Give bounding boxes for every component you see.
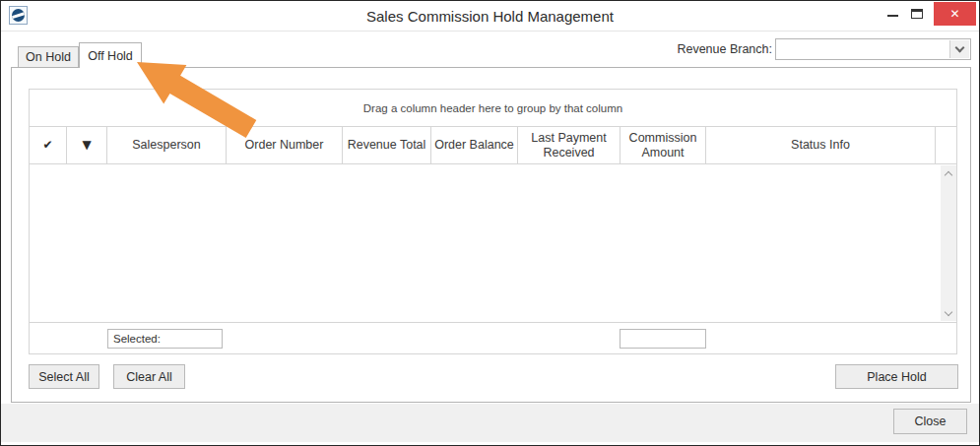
chevron-down-icon — [945, 307, 952, 315]
window-close-button[interactable]: ✕ — [934, 2, 976, 26]
close-button[interactable]: Close — [893, 409, 967, 434]
tab-on-hold-label: On Hold — [26, 50, 71, 64]
commission-grid: Drag a column header here to group by th… — [29, 89, 957, 354]
minimize-icon[interactable] — [887, 15, 898, 17]
chevron-up-icon — [945, 170, 952, 178]
tab-on-hold[interactable]: On Hold — [18, 46, 79, 68]
tab-page: Drag a column header here to group by th… — [11, 67, 971, 403]
maximize-icon[interactable] — [911, 9, 923, 19]
selected-label: Selected: — [113, 333, 161, 345]
grid-footer-row: Selected: — [30, 322, 956, 352]
grid-body-empty — [30, 164, 956, 322]
clear-all-button[interactable]: Clear All — [113, 364, 185, 389]
group-hint-text: Drag a column header here to group by th… — [363, 102, 622, 114]
revenue-branch-select[interactable] — [775, 38, 971, 60]
check-icon: ✔ — [42, 138, 52, 152]
title-bar: Sales Commission Hold Management ✕ — [1, 1, 979, 32]
column-header-status-info[interactable]: Status Info — [706, 127, 936, 163]
vertical-scrollbar[interactable] — [941, 165, 956, 321]
revenue-branch-label: Revenue Branch: — [654, 42, 772, 56]
close-x-icon: ✕ — [949, 7, 959, 21]
column-header-revenue-total[interactable]: Revenue Total — [343, 127, 431, 163]
column-header-select[interactable]: ▼ — [67, 127, 107, 163]
commission-total-box — [620, 329, 706, 349]
window-title: Sales Commission Hold Management — [1, 8, 979, 25]
selected-count-box: Selected: — [107, 329, 223, 349]
column-header-spacer — [936, 127, 956, 163]
place-hold-button[interactable]: Place Hold — [835, 364, 958, 389]
scroll-up-button[interactable] — [941, 165, 956, 181]
dialog-footer — [1, 404, 979, 442]
column-header-commission-amount[interactable]: Commission Amount — [621, 127, 706, 163]
column-header-order-number[interactable]: Order Number — [227, 127, 343, 163]
column-header-last-payment[interactable]: Last Payment Received — [518, 127, 621, 163]
column-header-salesperson[interactable]: Salesperson — [107, 127, 227, 163]
column-header-order-balance[interactable]: Order Balance — [431, 127, 518, 163]
column-header-check[interactable]: ✔ — [30, 127, 67, 163]
grid-header-row: ✔ ▼ Salesperson Order Number Revenue Tot… — [30, 127, 956, 164]
filter-arrow-icon: ▼ — [82, 138, 91, 152]
chevron-down-icon — [955, 43, 965, 53]
dialog-window: Sales Commission Hold Management ✕ Reven… — [0, 0, 980, 446]
tab-off-hold[interactable]: Off Hold — [79, 42, 142, 68]
tab-off-hold-label: Off Hold — [88, 49, 133, 63]
scroll-down-button[interactable] — [941, 305, 956, 321]
combo-dropdown-button[interactable] — [949, 40, 969, 58]
select-all-button[interactable]: Select All — [29, 364, 99, 389]
group-by-drop-zone: Drag a column header here to group by th… — [30, 90, 956, 127]
